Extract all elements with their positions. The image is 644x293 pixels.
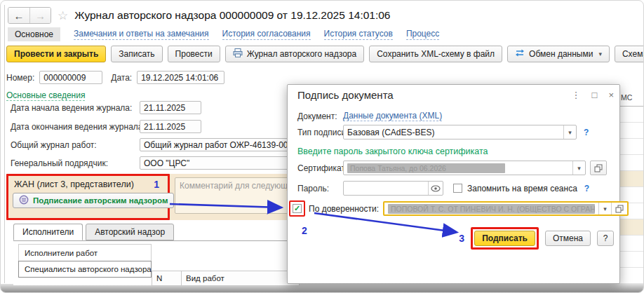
chevron-down-icon[interactable]: ▾ (563, 125, 576, 139)
chevron-down-icon[interactable]: ▾ (598, 203, 611, 214)
sign-button-highlight: Подписать (471, 227, 539, 250)
password-row: Пароль: Запомнить на время сеанса ? (297, 181, 589, 196)
certificate-redacted-value: Попова Татьяна, до 06.2026 (347, 163, 505, 173)
save-button[interactable]: Записать (111, 46, 162, 62)
sign-by-supervision-button[interactable]: Подписание авторским надзором (13, 193, 174, 208)
more-menu-icon[interactable]: ⋮ (572, 90, 581, 100)
password-prompt: Введите пароль закрытого ключа сертифика… (297, 146, 488, 156)
printer-icon (233, 48, 243, 60)
annotation-step-1: 1 (154, 179, 159, 190)
table-row (619, 139, 644, 155)
executors-panel: Исполнители работ Специалисты авторского… (13, 240, 287, 285)
document-label: Документ: (297, 111, 343, 121)
number-date-row: Номер: 000000009 Дата: 19.12.2025 14:01:… (6, 71, 224, 84)
back-icon: ← (14, 10, 25, 22)
bottom-tabs: Исполнители Авторский надзор (13, 224, 177, 240)
certificate-choose-button[interactable] (590, 161, 607, 175)
chevron-down-icon[interactable]: ▾ (572, 161, 585, 175)
tab-zamechaniya[interactable]: Замечания и ответы на замечания (74, 29, 209, 40)
exchange-button[interactable]: Обмен данными ▾ (507, 46, 610, 62)
remember-label: Запомнить на время сеанса (467, 184, 577, 193)
poa-choose-button[interactable] (612, 203, 627, 214)
print-journal-button[interactable]: Журнал авторского надзора (225, 46, 365, 62)
date-field[interactable]: 19.12.2025 14:01:06 (137, 71, 224, 84)
post-button[interactable]: Провести (168, 46, 220, 62)
dialog-buttons: 3 Подписать Отмена ? (459, 227, 614, 250)
table-row (619, 219, 644, 236)
close-icon[interactable]: × (608, 90, 614, 100)
date-label: Дата: (111, 73, 132, 83)
certificate-row: Сертификат: Попова Татьяна, до 06.2026 ▾ (297, 161, 607, 175)
signature-type-help[interactable]: ? (584, 128, 589, 137)
zhan-band: ЖАН (лист 3, представители) 1 Подписание… (6, 174, 288, 220)
column-header-work-type[interactable]: Вид работ (182, 271, 300, 286)
start-date-label: Дата начала ведения журнала: (11, 103, 140, 113)
cancel-button[interactable]: Отмена (545, 231, 591, 246)
end-date-label: Дата окончания ведения журнала: (11, 122, 140, 132)
tab-avtorskiy-nadzor[interactable]: Авторский надзор (86, 224, 174, 240)
poa-label: По доверенности: (309, 204, 379, 214)
post-and-close-button[interactable]: Провести и закрыть (6, 46, 106, 62)
nav-tabs: Основное Замечания и ответы на замечания… (8, 27, 439, 41)
xml-schema-label: Схема XML (622, 49, 644, 59)
certificate-select[interactable]: Попова Татьяна, до 06.2026 ▾ (343, 161, 586, 175)
nav-history-group: ← → (8, 7, 51, 24)
background-partial-label: МС (619, 89, 644, 107)
forward-button[interactable]: → (29, 8, 51, 23)
print-journal-label: Журнал авторского надзора (247, 49, 357, 59)
signature-type-value: Базовая (CAdES-BES) (344, 125, 563, 139)
favorite-star-icon[interactable]: ☆ (58, 8, 68, 23)
remember-checkbox[interactable] (453, 184, 462, 193)
sign-document-dialog: Подпись документа ⋮ □ × Документ: Данные… (287, 84, 620, 284)
exchange-label: Обмен данными (529, 49, 593, 59)
contractor-row: Генеральный подрядчик: ООО "ЦРС" (11, 156, 293, 170)
seal-icon (19, 195, 29, 206)
tab-istoriya-soglasovaniya[interactable]: История согласования (222, 29, 311, 40)
main-info-row: Основные сведения (6, 90, 85, 101)
signature-type-row: Тип подписи: Базовая (CAdES-BES) ▾ ? (297, 125, 589, 139)
table-row (619, 268, 644, 284)
tab-istoriya-statusov[interactable]: История статусов (324, 29, 393, 40)
main-info-link[interactable]: Основные сведения (6, 90, 85, 101)
page-item-specialists[interactable]: Специалисты авторского надзора (18, 261, 152, 278)
signature-type-select[interactable]: Базовая (CAdES-BES) ▾ (343, 125, 577, 139)
column-header-n[interactable]: N (152, 271, 182, 286)
poa-checkbox[interactable]: ✓ (293, 204, 302, 213)
sign-button[interactable]: Подписать (474, 231, 535, 246)
poa-redacted-value: ПОПОВОЙ Т. С. ОТ ПИНЕВИЧ И. Н. (ОБЩЕСТВО… (388, 204, 595, 214)
back-button[interactable]: ← (8, 8, 29, 23)
dialog-help-button[interactable]: ? (597, 231, 614, 246)
password-input[interactable] (343, 181, 443, 196)
table-header: N Вид работ (152, 271, 300, 286)
comment-input[interactable]: Комментарий для следующего и (175, 177, 298, 214)
page-item-executors[interactable]: Исполнители работ (18, 244, 152, 261)
save-xml-button[interactable]: Сохранить XML-схему в файл (369, 46, 502, 62)
poa-select[interactable]: ПОПОВОЙ Т. С. ОТ ПИНЕВИЧ И. Н. (ОБЩЕСТВО… (383, 201, 629, 216)
remember-help[interactable]: ? (584, 184, 589, 193)
show-password-button[interactable] (428, 182, 443, 195)
start-date-field[interactable]: 21.11.2025 (140, 101, 201, 114)
maximize-icon[interactable]: □ (592, 90, 598, 100)
xml-schema-button[interactable]: Схема XML ▾ (615, 46, 644, 62)
header: ← → ☆ Журнал авторского надзора 00000000… (8, 6, 390, 25)
poa-checkbox-highlight: ✓ (289, 200, 305, 217)
journal-field[interactable]: Общий журнал работ ОЖР-46139-0027 (140, 138, 293, 151)
document-data-link[interactable]: Данные документа (XML) (343, 111, 442, 121)
dialog-header: Подпись документа ⋮ □ × (297, 89, 614, 101)
dialog-title: Подпись документа (297, 89, 561, 101)
end-date-field[interactable]: 21.11.2025 (140, 120, 201, 133)
tab-ispolniteli[interactable]: Исполнители (13, 224, 83, 240)
tab-osnovnoe[interactable]: Основное (8, 27, 60, 41)
choose-icon (615, 205, 624, 213)
number-field[interactable]: 000000009 (39, 71, 102, 84)
signature-type-label: Тип подписи: (297, 128, 343, 137)
document-row: Документ: Данные документа (XML) (297, 111, 442, 121)
number-label: Номер: (6, 73, 34, 83)
chevron-down-icon: ▾ (598, 50, 602, 57)
tab-process[interactable]: Процесс (406, 29, 439, 40)
end-date-row: Дата окончания ведения журнала: 21.11.20… (11, 120, 201, 133)
journal-label: Общий журнал работ: (11, 140, 140, 150)
poa-row: ✓ По доверенности: ПОПОВОЙ Т. С. ОТ ПИНЕ… (289, 200, 629, 217)
contractor-field[interactable]: ООО "ЦРС" (140, 156, 293, 170)
check-icon: ✓ (294, 205, 300, 212)
